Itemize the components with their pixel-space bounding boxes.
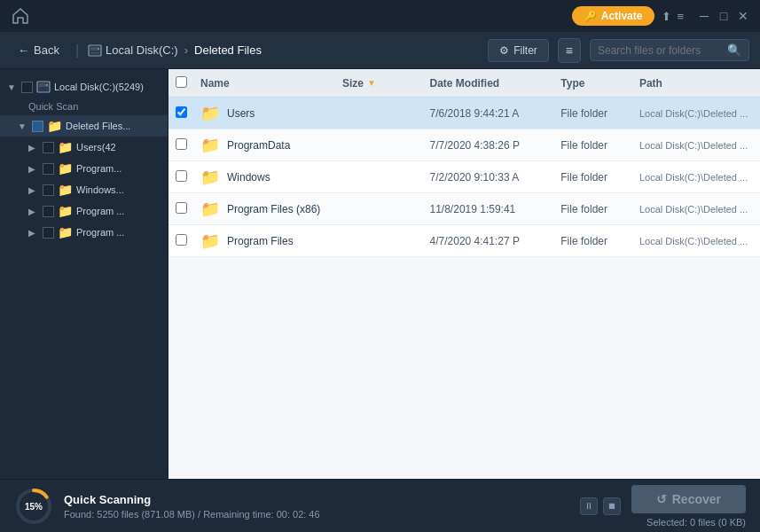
search-box[interactable]: 🔍 — [590, 39, 749, 61]
file-list: Name Size ▼ Date Modified Type Path 📁 Us… — [168, 69, 760, 479]
disk-checkbox[interactable] — [21, 82, 33, 93]
sidebar-item-program-files[interactable]: ▶ 📁 Program ... — [0, 222, 168, 243]
breadcrumb: Local Disk(C:) › Deleted Files — [88, 43, 262, 58]
breadcrumb-disk[interactable]: Local Disk(C:) — [88, 43, 178, 58]
sidebar-item-disk[interactable]: ▼ Local Disk(C:)(5249) — [0, 76, 168, 98]
folder-icon: 📁 — [58, 183, 73, 197]
home-icon[interactable] — [11, 6, 30, 26]
menu-button[interactable]: ≡ — [558, 38, 581, 63]
deleted-files-checkbox[interactable] — [32, 121, 43, 132]
row-check-input[interactable] — [176, 138, 187, 150]
share-icon[interactable]: ⬆ — [662, 10, 671, 23]
recover-label: Recover — [672, 492, 721, 506]
activate-button[interactable]: Activate — [572, 6, 655, 26]
expand-arrow-icon: ▼ — [18, 121, 28, 131]
file-path-cell: Local Disk(C:)\Deleted ... — [639, 172, 753, 183]
maximize-button[interactable]: □ — [717, 10, 730, 22]
minimize-button[interactable]: ─ — [698, 10, 710, 22]
breadcrumb-disk-label: Local Disk(C:) — [106, 43, 178, 57]
row-checkbox[interactable] — [176, 106, 200, 121]
disk-icon — [36, 80, 51, 94]
file-name-cell: 📁 Windows — [200, 168, 342, 187]
file-name: Program Files (x86) — [227, 203, 320, 215]
users-checkbox[interactable] — [43, 142, 54, 153]
expand-arrow-icon: ▶ — [28, 185, 39, 195]
main-content: ▼ Local Disk(C:)(5249) Quick Scan ▼ 📁 De… — [0, 69, 760, 479]
svg-point-6 — [46, 84, 48, 86]
file-type-cell: File folder — [560, 139, 639, 152]
row-check-input[interactable] — [176, 106, 187, 118]
title-bar: Activate ⬆ ≡ ─ □ ✕ — [0, 0, 760, 32]
scan-controls: ⏸ ⏹ — [580, 497, 621, 515]
sidebar-windows-label: Windows... — [76, 184, 124, 195]
progress-circle: 15% — [14, 487, 53, 526]
scanning-label: Quick Scanning — [64, 493, 566, 506]
folder-icon: 📁 — [200, 200, 220, 219]
progress-percent: 15% — [25, 501, 43, 511]
file-date-cell: 7/2/2020 9:10:33 A — [430, 171, 561, 184]
file-date-cell: 11/8/2019 1:59:41 — [430, 203, 561, 215]
header-name: Name — [200, 77, 342, 90]
header-check[interactable] — [176, 76, 200, 90]
file-name: ProgramData — [227, 139, 290, 152]
folder-icon: 📁 — [200, 168, 220, 187]
table-row[interactable]: 📁 Program Files 4/7/2020 4:41:27 P File … — [168, 225, 760, 257]
status-right: ↺ Recover Selected: 0 files (0 KB) — [631, 485, 746, 528]
table-row[interactable]: 📁 Users 7/6/2018 9:44:21 A File folder L… — [168, 98, 760, 129]
stop-button[interactable]: ⏹ — [603, 497, 621, 515]
row-checkbox[interactable] — [176, 138, 200, 153]
pause-button[interactable]: ⏸ — [580, 497, 598, 515]
program-files-x86-checkbox[interactable] — [43, 206, 54, 217]
row-check-input[interactable] — [176, 170, 187, 182]
table-row[interactable]: 📁 ProgramData 7/7/2020 4:38:26 P File fo… — [168, 129, 760, 161]
sidebar-item-deleted-files[interactable]: ▼ 📁 Deleted Files... — [0, 115, 168, 137]
file-type-cell: File folder — [560, 171, 639, 184]
nav-bar: ← Back | Local Disk(C:) › Deleted Files … — [0, 32, 760, 69]
filter-label: Filter — [513, 44, 537, 57]
programdata-checkbox[interactable] — [43, 163, 54, 175]
svg-point-2 — [98, 48, 99, 50]
sidebar-item-windows[interactable]: ▶ 📁 Windows... — [0, 179, 168, 200]
nav-divider: | — [75, 43, 79, 59]
program-files-checkbox[interactable] — [43, 227, 54, 239]
breadcrumb-current: Deleted Files — [194, 43, 262, 57]
row-checkbox[interactable] — [176, 202, 200, 216]
row-check-input[interactable] — [176, 234, 187, 246]
sidebar-program-files-x86-label: Program ... — [76, 206, 124, 216]
close-button[interactable]: ✕ — [737, 10, 749, 22]
row-checkbox[interactable] — [176, 234, 200, 248]
file-path-cell: Local Disk(C:)\Deleted ... — [639, 140, 753, 151]
status-detail: Found: 5250 files (871.08 MB) / Remainin… — [64, 509, 566, 520]
sidebar-item-users[interactable]: ▶ 📁 Users(42 — [0, 137, 168, 158]
sidebar-program-files-label: Program ... — [76, 227, 124, 238]
filter-button[interactable]: ⚙ Filter — [488, 39, 549, 62]
file-name-cell: 📁 Program Files (x86) — [200, 200, 342, 219]
table-row[interactable]: 📁 Windows 7/2/2020 9:10:33 A File folder… — [168, 161, 760, 193]
back-label: Back — [34, 43, 59, 57]
select-all-checkbox[interactable] — [176, 76, 187, 88]
table-row[interactable]: 📁 Program Files (x86) 11/8/2019 1:59:41 … — [168, 193, 760, 225]
windows-checkbox[interactable] — [43, 184, 54, 196]
file-name-cell: 📁 Users — [200, 104, 342, 123]
folder-icon: 📁 — [200, 231, 220, 251]
expand-arrow-icon: ▼ — [7, 82, 18, 92]
folder-icon: 📁 — [200, 136, 220, 155]
menu-icon[interactable]: ≡ — [677, 10, 684, 23]
sidebar-item-program-files-x86[interactable]: ▶ 📁 Program ... — [0, 200, 168, 222]
search-input[interactable] — [598, 44, 722, 57]
folder-icon: 📁 — [200, 104, 220, 123]
expand-arrow-icon: ▶ — [28, 228, 39, 238]
row-check-input[interactable] — [176, 202, 187, 214]
back-button[interactable]: ← Back — [11, 40, 67, 60]
back-arrow-icon: ← — [18, 43, 29, 57]
header-date: Date Modified — [430, 77, 561, 90]
svg-rect-3 — [90, 52, 99, 54]
sidebar-item-programdata[interactable]: ▶ 📁 Program... — [0, 158, 168, 179]
selected-info: Selected: 0 files (0 KB) — [646, 517, 746, 528]
file-type-cell: File folder — [560, 203, 639, 215]
sidebar-users-label: Users(42 — [76, 142, 116, 153]
row-checkbox[interactable] — [176, 170, 200, 184]
sort-arrow-icon: ▼ — [367, 78, 376, 88]
recover-button[interactable]: ↺ Recover — [631, 485, 746, 513]
filter-icon: ⚙ — [499, 44, 509, 57]
